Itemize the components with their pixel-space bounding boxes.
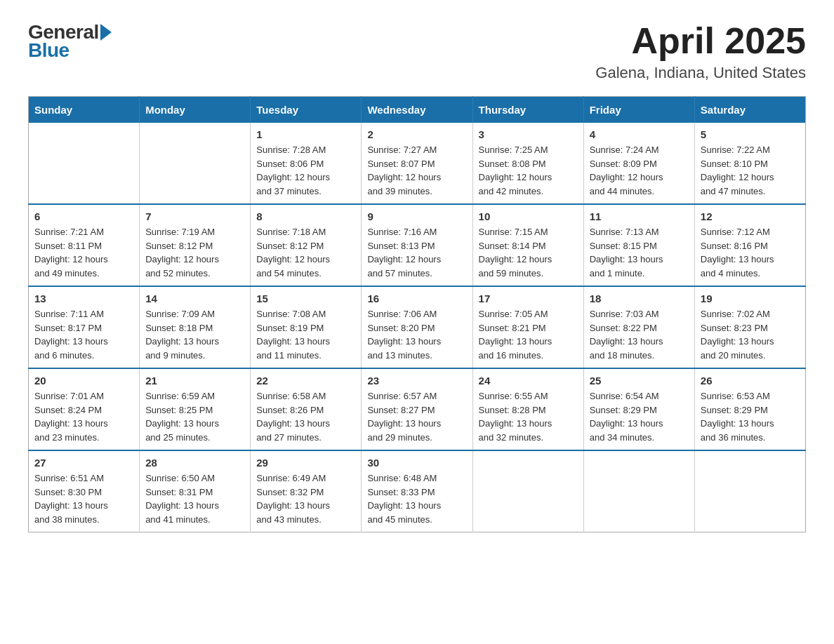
day-number: 25: [590, 375, 689, 387]
day-number: 14: [145, 293, 244, 304]
day-info: Sunrise: 6:54 AMSunset: 8:29 PMDaylight:…: [590, 389, 689, 444]
header-sunday: Sunday: [29, 97, 140, 123]
calendar-cell: 22Sunrise: 6:58 AMSunset: 8:26 PMDayligh…: [251, 368, 362, 450]
calendar-cell: [472, 450, 583, 532]
day-info: Sunrise: 7:25 AMSunset: 8:08 PMDaylight:…: [479, 143, 578, 198]
day-info: Sunrise: 7:27 AMSunset: 8:07 PMDaylight:…: [367, 143, 466, 198]
calendar-cell: 3Sunrise: 7:25 AMSunset: 8:08 PMDaylight…: [472, 123, 583, 204]
day-info: Sunrise: 7:02 AMSunset: 8:23 PMDaylight:…: [701, 307, 800, 362]
calendar-cell: 8Sunrise: 7:18 AMSunset: 8:12 PMDaylight…: [251, 204, 362, 286]
day-info: Sunrise: 7:22 AMSunset: 8:10 PMDaylight:…: [701, 143, 800, 198]
day-info: Sunrise: 7:15 AMSunset: 8:14 PMDaylight:…: [479, 225, 578, 280]
calendar-cell: 6Sunrise: 7:21 AMSunset: 8:11 PMDaylight…: [29, 204, 140, 286]
day-number: 3: [479, 128, 578, 140]
day-number: 28: [145, 457, 244, 469]
logo-blue-text: Blue: [28, 39, 70, 62]
calendar-header: SundayMondayTuesdayWednesdayThursdayFrid…: [29, 97, 806, 123]
day-info: Sunrise: 6:48 AMSunset: 8:33 PMDaylight:…: [367, 471, 466, 526]
day-number: 24: [479, 375, 578, 387]
calendar-cell: 9Sunrise: 7:16 AMSunset: 8:13 PMDaylight…: [362, 204, 472, 286]
location-subtitle: Galena, Indiana, United States: [595, 64, 806, 82]
calendar-cell: 28Sunrise: 6:50 AMSunset: 8:31 PMDayligh…: [140, 450, 251, 532]
header-monday: Monday: [140, 97, 251, 123]
day-info: Sunrise: 7:01 AMSunset: 8:24 PMDaylight:…: [34, 389, 133, 444]
logo-triangle-icon: [100, 24, 112, 41]
header-tuesday: Tuesday: [251, 97, 362, 123]
calendar-cell: 23Sunrise: 6:57 AMSunset: 8:27 PMDayligh…: [362, 368, 472, 450]
day-number: 17: [479, 293, 578, 304]
day-number: 20: [34, 375, 133, 387]
day-info: Sunrise: 7:03 AMSunset: 8:22 PMDaylight:…: [590, 307, 689, 362]
day-info: Sunrise: 7:08 AMSunset: 8:19 PMDaylight:…: [256, 307, 355, 362]
calendar-cell: 15Sunrise: 7:08 AMSunset: 8:19 PMDayligh…: [251, 286, 362, 368]
day-number: 22: [256, 375, 355, 387]
day-number: 21: [145, 375, 244, 387]
calendar-cell: [694, 450, 805, 532]
calendar-cell: 24Sunrise: 6:55 AMSunset: 8:28 PMDayligh…: [472, 368, 583, 450]
month-title: April 2025: [595, 21, 806, 61]
calendar-cell: [583, 450, 694, 532]
day-number: 23: [367, 375, 466, 387]
day-info: Sunrise: 7:09 AMSunset: 8:18 PMDaylight:…: [145, 307, 244, 362]
day-info: Sunrise: 6:49 AMSunset: 8:32 PMDaylight:…: [256, 471, 355, 526]
days-of-week-row: SundayMondayTuesdayWednesdayThursdayFrid…: [29, 97, 806, 123]
day-info: Sunrise: 7:19 AMSunset: 8:12 PMDaylight:…: [145, 225, 244, 280]
calendar-cell: 21Sunrise: 6:59 AMSunset: 8:25 PMDayligh…: [140, 368, 251, 450]
calendar-cell: 7Sunrise: 7:19 AMSunset: 8:12 PMDaylight…: [140, 204, 251, 286]
calendar-cell: 19Sunrise: 7:02 AMSunset: 8:23 PMDayligh…: [694, 286, 805, 368]
day-info: Sunrise: 7:11 AMSunset: 8:17 PMDaylight:…: [34, 307, 133, 362]
calendar-cell: 4Sunrise: 7:24 AMSunset: 8:09 PMDaylight…: [583, 123, 694, 204]
day-info: Sunrise: 6:55 AMSunset: 8:28 PMDaylight:…: [479, 389, 578, 444]
calendar-cell: 14Sunrise: 7:09 AMSunset: 8:18 PMDayligh…: [140, 286, 251, 368]
calendar-cell: 13Sunrise: 7:11 AMSunset: 8:17 PMDayligh…: [29, 286, 140, 368]
day-info: Sunrise: 7:24 AMSunset: 8:09 PMDaylight:…: [590, 143, 689, 198]
header-wednesday: Wednesday: [362, 97, 472, 123]
week-row-2: 6Sunrise: 7:21 AMSunset: 8:11 PMDaylight…: [29, 204, 806, 286]
week-row-3: 13Sunrise: 7:11 AMSunset: 8:17 PMDayligh…: [29, 286, 806, 368]
calendar-cell: 5Sunrise: 7:22 AMSunset: 8:10 PMDaylight…: [694, 123, 805, 204]
day-info: Sunrise: 7:18 AMSunset: 8:12 PMDaylight:…: [256, 225, 355, 280]
day-number: 29: [256, 457, 355, 469]
day-number: 12: [701, 210, 800, 222]
calendar-cell: 11Sunrise: 7:13 AMSunset: 8:15 PMDayligh…: [583, 204, 694, 286]
day-info: Sunrise: 7:16 AMSunset: 8:13 PMDaylight:…: [367, 225, 466, 280]
calendar-cell: 29Sunrise: 6:49 AMSunset: 8:32 PMDayligh…: [251, 450, 362, 532]
calendar-cell: 25Sunrise: 6:54 AMSunset: 8:29 PMDayligh…: [583, 368, 694, 450]
day-number: 26: [701, 375, 800, 387]
title-section: April 2025 Galena, Indiana, United State…: [595, 21, 806, 82]
day-info: Sunrise: 6:53 AMSunset: 8:29 PMDaylight:…: [701, 389, 800, 444]
day-number: 19: [701, 293, 800, 304]
day-number: 13: [34, 293, 133, 304]
header-saturday: Saturday: [694, 97, 805, 123]
day-number: 4: [590, 128, 689, 140]
calendar-cell: 17Sunrise: 7:05 AMSunset: 8:21 PMDayligh…: [472, 286, 583, 368]
calendar-cell: 1Sunrise: 7:28 AMSunset: 8:06 PMDaylight…: [251, 123, 362, 204]
header-thursday: Thursday: [472, 97, 583, 123]
calendar-cell: 30Sunrise: 6:48 AMSunset: 8:33 PMDayligh…: [362, 450, 472, 532]
day-info: Sunrise: 7:21 AMSunset: 8:11 PMDaylight:…: [34, 225, 133, 280]
calendar-cell: 16Sunrise: 7:06 AMSunset: 8:20 PMDayligh…: [362, 286, 472, 368]
calendar-cell: 2Sunrise: 7:27 AMSunset: 8:07 PMDaylight…: [362, 123, 472, 204]
day-number: 10: [479, 210, 578, 222]
logo: General Blue: [28, 21, 112, 62]
day-number: 8: [256, 210, 355, 222]
day-info: Sunrise: 6:50 AMSunset: 8:31 PMDaylight:…: [145, 471, 244, 526]
day-number: 30: [367, 457, 466, 469]
day-info: Sunrise: 6:57 AMSunset: 8:27 PMDaylight:…: [367, 389, 466, 444]
week-row-5: 27Sunrise: 6:51 AMSunset: 8:30 PMDayligh…: [29, 450, 806, 532]
calendar-cell: 18Sunrise: 7:03 AMSunset: 8:22 PMDayligh…: [583, 286, 694, 368]
page-header: General Blue April 2025 Galena, Indiana,…: [28, 21, 806, 82]
day-info: Sunrise: 7:06 AMSunset: 8:20 PMDaylight:…: [367, 307, 466, 362]
day-info: Sunrise: 7:12 AMSunset: 8:16 PMDaylight:…: [701, 225, 800, 280]
day-number: 7: [145, 210, 244, 222]
day-number: 27: [34, 457, 133, 469]
day-number: 18: [590, 293, 689, 304]
calendar-cell: 12Sunrise: 7:12 AMSunset: 8:16 PMDayligh…: [694, 204, 805, 286]
week-row-4: 20Sunrise: 7:01 AMSunset: 8:24 PMDayligh…: [29, 368, 806, 450]
day-info: Sunrise: 7:28 AMSunset: 8:06 PMDaylight:…: [256, 143, 355, 198]
day-number: 1: [256, 128, 355, 140]
calendar-cell: 20Sunrise: 7:01 AMSunset: 8:24 PMDayligh…: [29, 368, 140, 450]
calendar-cell: 26Sunrise: 6:53 AMSunset: 8:29 PMDayligh…: [694, 368, 805, 450]
day-info: Sunrise: 7:05 AMSunset: 8:21 PMDaylight:…: [479, 307, 578, 362]
day-info: Sunrise: 6:58 AMSunset: 8:26 PMDaylight:…: [256, 389, 355, 444]
